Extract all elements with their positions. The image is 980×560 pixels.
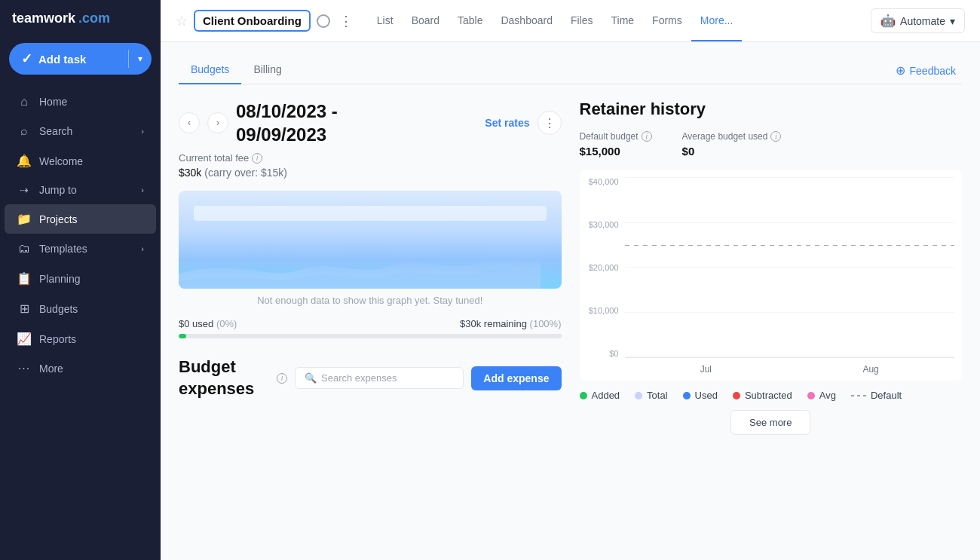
retainer-title: Retainer history [580,99,963,119]
automate-button[interactable]: 🤖 Automate ▾ [871,8,965,33]
sidebar-item-welcome[interactable]: 🔔 Welcome [5,146,156,176]
legend-label-subtracted: Subtracted [745,390,792,401]
sidebar-item-label: Home [39,96,67,108]
add-expense-button[interactable]: Add expense [471,366,561,390]
robot-icon: 🤖 [880,14,896,28]
content: Budgets Billing ⊕ Feedback ‹ › 08/10/202… [161,42,980,560]
x-label-aug: Aug [862,364,878,375]
status-dot[interactable] [317,14,330,28]
info-icon-avg[interactable]: i [770,131,781,142]
area-chart [179,191,562,289]
current-fee-value: $30k (carry over: $15k) [179,167,562,179]
automate-label: Automate [900,15,945,27]
search-icon: ⌕ [17,124,32,138]
sidebar-item-projects[interactable]: 📁 Projects [5,204,156,234]
jump-icon: ⇢ [17,184,32,196]
legend-subtracted: Subtracted [733,390,792,401]
legend-label-avg: Avg [819,390,836,401]
sidebar-item-label: Reports [39,333,76,345]
legend-label-added: Added [592,390,620,401]
sidebar-nav: ⌂ Home ⌕ Search › 🔔 Welcome ⇢ Jump to › … [0,87,161,560]
options-icon[interactable]: ⋮ [336,10,356,32]
logo-text: teamwork [12,11,75,26]
topbar-nav: List Board Table Dashboard Files Time Fo… [368,1,743,41]
set-rates-button[interactable]: Set rates [485,117,529,129]
tab-budgets[interactable]: Budgets [179,57,241,84]
chart-area [625,177,955,358]
retainer-bar-chart: $40,000 $30,000 $20,000 $10,000 $0 [580,170,963,381]
budget-expenses-header: Budget expenses i 🔍 Search expenses Add … [179,357,562,399]
legend-avg: Avg [807,390,836,401]
legend-used: Used [683,390,718,401]
tab-billing[interactable]: Billing [241,57,293,84]
remaining-pct: (100%) [530,318,562,329]
budget-icon: ⊞ [17,301,32,316]
carry-over: (carry over: $15k) [204,167,287,179]
info-icon[interactable]: i [252,153,262,164]
legend-label-total: Total [647,390,667,401]
retainer-stats: Default budget i $15,000 Average budget … [580,131,963,158]
sidebar-item-label: Search [39,125,72,137]
tab-more[interactable]: More... [691,1,743,41]
search-expenses-input[interactable]: 🔍 Search expenses [295,367,464,389]
topbar: ☆ Client Onboarding ⋮ List Board Table D… [161,0,980,42]
info-icon-default[interactable]: i [642,131,652,142]
tab-board[interactable]: Board [403,1,449,41]
period-menu-button[interactable]: ⋮ [537,111,562,135]
legend-dot-used [683,392,691,399]
sidebar-item-templates[interactable]: 🗂 Templates › [5,234,156,263]
two-col-layout: ‹ › 08/10/2023 - 09/09/2023 Set rates ⋮ … [179,99,962,435]
add-task-main[interactable]: ✓ Add task [9,43,128,75]
add-task-check-icon: ✓ [21,50,32,67]
tab-list[interactable]: List [368,1,403,41]
see-more-button[interactable]: See more [730,410,810,435]
sidebar-item-more[interactable]: ··· More [5,354,156,383]
current-fee-label: Current total fee i [179,152,562,164]
sidebar-item-label: Templates [39,243,87,255]
sidebar-item-search[interactable]: ⌕ Search › [5,117,156,145]
tab-dashboard[interactable]: Dashboard [492,1,562,41]
prev-period-button[interactable]: ‹ [179,112,200,133]
sidebar-item-label: Welcome [39,155,83,167]
legend-default: Default [851,390,902,401]
y-label-0: $0 [609,349,618,358]
bell-icon: 🔔 [17,154,32,168]
star-icon[interactable]: ☆ [176,13,188,29]
more-icon: ··· [17,362,32,375]
tab-forms[interactable]: Forms [643,1,691,41]
add-task-arrow[interactable]: ▾ [129,46,152,72]
progress-labels: $0 used (0%) $30k remaining (100%) [179,318,562,329]
tab-files[interactable]: Files [562,1,602,41]
legend-dot-total [635,392,642,399]
progress-bar [179,334,562,338]
sidebar-item-planning[interactable]: 📋 Planning [5,264,156,293]
x-label-jul: Jul [700,364,712,375]
y-label-20k: $20,000 [589,263,619,272]
tab-table[interactable]: Table [449,1,492,41]
feedback-button[interactable]: ⊕ Feedback [890,57,962,84]
sidebar-item-reports[interactable]: 📈 Reports [5,324,156,353]
content-tabs: Budgets Billing ⊕ Feedback [179,57,962,84]
feedback-label: Feedback [910,65,956,77]
avg-budget-value: $0 [682,145,782,158]
main: ☆ Client Onboarding ⋮ List Board Table D… [161,0,980,560]
right-col: Retainer history Default budget i $15,00… [580,99,963,435]
sidebar-item-jump-to[interactable]: ⇢ Jump to › [5,176,156,203]
search-icon: 🔍 [305,372,317,384]
default-budget-stat: Default budget i $15,000 [580,131,652,158]
feedback-icon: ⊕ [896,63,905,78]
logo: teamwork.com [0,0,161,37]
legend-total: Total [635,390,667,401]
left-col: ‹ › 08/10/2023 - 09/09/2023 Set rates ⋮ … [179,99,562,435]
next-period-button[interactable]: › [207,112,228,133]
chevron-right-icon: › [141,244,144,253]
x-labels: Jul Aug [625,364,955,375]
tab-time[interactable]: Time [602,1,644,41]
sidebar-item-label: Jump to [39,184,77,196]
add-task-button[interactable]: ✓ Add task ▾ [9,43,152,75]
legend-dot-added [580,392,587,399]
sidebar-item-budgets[interactable]: ⊞ Budgets [5,294,156,323]
info-icon-expenses[interactable]: i [277,373,287,384]
sidebar-item-home[interactable]: ⌂ Home [5,87,156,116]
y-label-10k: $10,000 [589,306,619,315]
